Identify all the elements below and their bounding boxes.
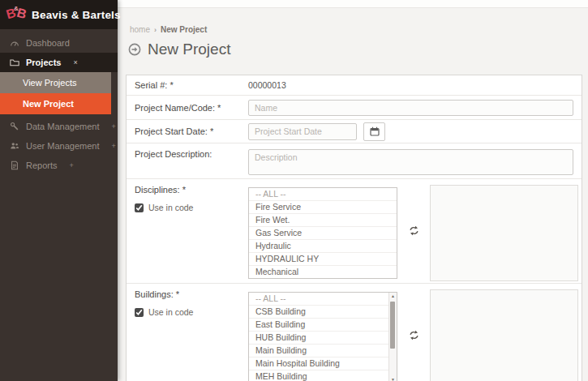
list-option[interactable]: Main Building — [249, 345, 389, 357]
collapse-icon: × — [73, 58, 77, 66]
sidebar: B & B Beavis & Bartels Dashboard Project… — [0, 0, 118, 381]
sidebar-item-projects[interactable]: Projects × — [0, 53, 118, 72]
page-title-text: New Project — [148, 41, 230, 58]
sidebar-item-label: Data Management — [26, 122, 100, 131]
list-option[interactable]: -- ALL -- — [249, 293, 389, 306]
sidebar-item-label: Reports — [26, 161, 58, 170]
expand-icon: + — [112, 142, 116, 150]
buildings-use-in-code-checkbox[interactable] — [135, 308, 144, 317]
folder-icon — [10, 58, 19, 67]
new-project-form: Serial #: * 00000013 Project Name/Code: … — [126, 75, 582, 381]
scroll-down-icon[interactable]: ▼ — [389, 376, 397, 381]
start-date-label: Project Start Date: * — [135, 126, 248, 136]
form-row-disciplines: Disciplines: * Use in code -- ALL --Fire… — [127, 179, 582, 284]
calendar-button[interactable] — [363, 122, 385, 141]
wrench-icon — [10, 122, 19, 131]
list-option[interactable]: Fire Service — [249, 201, 397, 214]
disciplines-selected-list[interactable] — [430, 185, 578, 281]
sidebar-item-label: Projects — [26, 58, 61, 67]
form-row-buildings: Buildings: * Use in code -- ALL --CSB Bu… — [127, 284, 582, 381]
breadcrumb: home›New Project — [130, 25, 207, 34]
breadcrumb-current: New Project — [161, 25, 207, 34]
logo-bar[interactable]: B & B Beavis & Bartels — [0, 0, 118, 29]
scrollbar-thumb[interactable] — [390, 302, 395, 349]
expand-icon: + — [112, 122, 116, 131]
list-option[interactable]: Hydraulic — [249, 240, 397, 253]
list-option[interactable]: HUB Building — [249, 332, 389, 345]
buildings-selected-list[interactable] — [430, 289, 578, 381]
list-option[interactable]: MEH Building — [249, 370, 389, 381]
expand-icon: + — [70, 161, 74, 169]
project-name-label: Project Name/Code: * — [135, 103, 248, 113]
sidebar-item-new-project[interactable]: New Project — [0, 93, 111, 114]
list-option[interactable]: Fire Wet. — [249, 214, 397, 227]
buildings-transfer-button[interactable] — [397, 289, 430, 381]
form-row-description: Project Description: — [127, 143, 582, 179]
list-option[interactable]: HYDRAULIC HY — [249, 253, 397, 266]
list-option[interactable]: Gas Service — [249, 227, 397, 240]
disciplines-label: Disciplines: * — [135, 185, 248, 195]
form-row-name: Project Name/Code: * — [127, 96, 582, 120]
form-row-start-date: Project Start Date: * — [127, 120, 582, 143]
file-icon — [10, 161, 19, 170]
dashboard-icon — [10, 38, 19, 48]
disciplines-transfer-button[interactable] — [397, 185, 430, 276]
sidebar-item-data-management[interactable]: Data Management + — [0, 117, 118, 136]
list-option[interactable]: CSB Building — [249, 306, 389, 319]
scroll-up-icon[interactable]: ▲ — [389, 293, 397, 299]
sidebar-item-reports[interactable]: Reports + — [0, 156, 118, 175]
use-in-code-label: Use in code — [148, 307, 193, 317]
sidebar-item-view-projects[interactable]: View Projects — [0, 72, 111, 93]
calendar-icon — [370, 126, 380, 136]
list-option[interactable]: East Building — [249, 319, 389, 332]
sidebar-item-user-management[interactable]: User Management + — [0, 136, 118, 156]
serial-value: 00000013 — [248, 80, 286, 90]
list-option[interactable]: -- ALL -- — [249, 188, 397, 201]
form-row-serial: Serial #: * 00000013 — [127, 75, 582, 96]
list-option[interactable]: Mechanical — [249, 266, 397, 279]
buildings-list-scrollbar[interactable]: ▲ ▼ — [388, 293, 397, 381]
buildings-label: Buildings: * — [135, 289, 248, 299]
sidebar-menu: Dashboard Projects × View Projects New P… — [0, 33, 118, 175]
serial-label: Serial #: * — [135, 80, 248, 90]
description-label: Project Description: — [135, 149, 248, 178]
list-option[interactable]: Main Hospital Building — [249, 357, 389, 370]
users-icon — [10, 141, 19, 151]
description-textarea[interactable] — [248, 149, 573, 175]
swap-arrows-icon — [408, 225, 420, 237]
brand-name: Beavis & Bartels — [32, 9, 121, 21]
disciplines-source-list: -- ALL --Fire ServiceFire Wet.Gas Servic… — [248, 187, 397, 279]
top-navbar — [118, 0, 588, 8]
brand-logo-icon: B & B — [6, 4, 28, 25]
sidebar-item-dashboard[interactable]: Dashboard — [0, 33, 118, 53]
project-name-input[interactable] — [248, 100, 573, 116]
buildings-source-list: -- ALL --CSB BuildingEast BuildingHUB Bu… — [248, 292, 397, 381]
start-date-input[interactable] — [248, 123, 357, 140]
sidebar-item-label: Dashboard — [26, 38, 70, 48]
breadcrumb-separator: › — [154, 26, 157, 34]
page-title: New Project — [128, 41, 230, 58]
sidebar-item-label: User Management — [26, 141, 100, 151]
arrow-circle-icon — [128, 43, 141, 56]
swap-arrows-icon — [408, 329, 420, 341]
use-in-code-label: Use in code — [148, 203, 193, 212]
breadcrumb-home-link[interactable]: home — [130, 25, 150, 34]
disciplines-use-in-code-checkbox[interactable] — [135, 203, 144, 212]
